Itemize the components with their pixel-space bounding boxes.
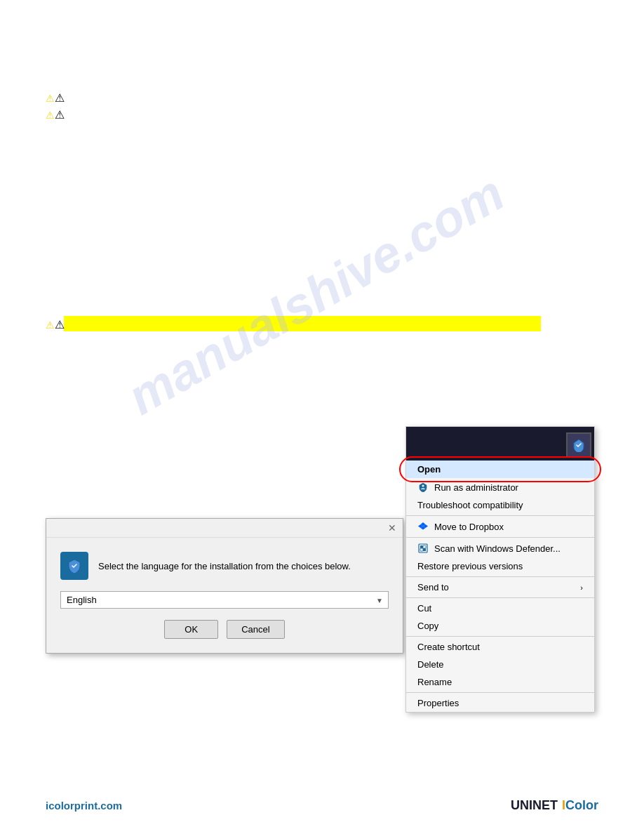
scan-icon [417,543,429,554]
footer-icolor-text: IColor [562,798,598,813]
watermark: manualshive.com [140,154,491,435]
dialog-titlebar: ✕ [46,519,403,538]
footer-icolor-color: Color [565,798,598,812]
dropbox-icon [417,521,429,532]
run-admin-label: Run as administrator [434,482,518,493]
footer-uninet-text: UNINET [511,798,558,813]
context-menu-header [406,427,594,461]
cut-label: Cut [417,603,431,614]
separator-2 [406,537,594,538]
svg-rect-3 [423,545,426,548]
language-select-wrapper: English French Spanish German [60,591,389,609]
create-shortcut-label: Create shortcut [417,642,480,652]
dialog-top-row: Select the language for the installation… [60,552,389,580]
context-menu-properties[interactable]: Properties [406,694,594,712]
separator-6 [406,692,594,693]
context-menu-cut[interactable]: Cut [406,600,594,617]
context-menu-restore[interactable]: Restore previous versions [406,557,594,575]
dialog-message: Select the language for the installation… [98,561,351,571]
open-label: Open [417,464,441,475]
footer-brand: UNINET IColor [511,798,598,813]
rename-label: Rename [417,677,452,687]
dialog-app-icon [60,552,88,580]
context-menu-copy[interactable]: Copy [406,617,594,635]
ok-button[interactable]: OK [164,620,218,639]
dialog-close-button[interactable]: ✕ [386,522,398,534]
top-warning-icons: ⚠ ⚠ [46,91,57,119]
context-menu-open[interactable]: Open [406,461,594,478]
dropbox-label: Move to Dropbox [434,522,504,532]
language-dialog: ✕ Select the language for the installati… [46,518,403,654]
yellow-highlight-bar [64,316,541,331]
context-menu-create-shortcut[interactable]: Create shortcut [406,638,594,656]
dialog-body: Select the language for the installation… [46,538,403,653]
context-menu-troubleshoot[interactable]: Troubleshoot compatibility [406,496,594,514]
language-select-row: English French Spanish German [60,591,389,609]
context-menu-dropbox[interactable]: Move to Dropbox [406,517,594,536]
cancel-button[interactable]: Cancel [227,620,284,639]
context-menu-scan[interactable]: Scan with Windows Defender... [406,539,594,557]
dialog-buttons: OK Cancel [60,620,389,642]
context-menu-run-admin[interactable]: Run as administrator [406,478,594,496]
separator-3 [406,576,594,577]
svg-rect-2 [420,545,423,548]
language-select[interactable]: English French Spanish German [60,591,389,609]
footer-website: icolorprint.com [46,800,122,812]
delete-label: Delete [417,659,444,670]
separator-1 [406,515,594,516]
context-menu-delete[interactable]: Delete [406,656,594,673]
warning-icon-bar: ⚠ [46,318,57,329]
context-menu-app-icon [566,432,591,458]
properties-label: Properties [417,698,459,708]
sendto-arrow: › [580,583,583,592]
warning-icon-2: ⚠ [46,108,57,119]
restore-label: Restore previous versions [417,561,523,571]
yellow-bar-row: ⚠ [46,316,541,331]
svg-point-0 [422,485,424,487]
separator-4 [406,597,594,598]
sendto-label: Send to [417,582,449,593]
svg-rect-4 [420,548,423,551]
svg-rect-5 [423,548,426,551]
context-menu: Open Run as administrator Troubleshoot c… [405,426,595,713]
context-menu-sendto[interactable]: Send to › [406,578,594,596]
context-menu-rename[interactable]: Rename [406,673,594,691]
run-admin-icon [417,482,429,493]
footer: icolorprint.com UNINET IColor [46,798,598,813]
warning-icon-1: ⚠ [46,91,57,102]
scan-label: Scan with Windows Defender... [434,543,561,554]
copy-label: Copy [417,621,438,631]
troubleshoot-label: Troubleshoot compatibility [417,500,523,510]
separator-5 [406,636,594,637]
